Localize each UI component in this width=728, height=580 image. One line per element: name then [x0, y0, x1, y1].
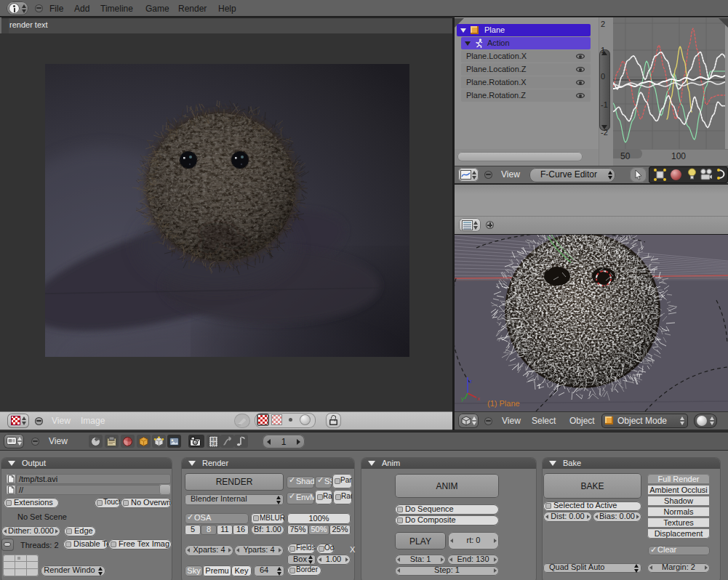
svg-text:z: z: [469, 378, 472, 384]
svg-text:x: x: [477, 395, 480, 402]
svg-text:y: y: [461, 395, 464, 402]
svg-text:(1) Plane: (1) Plane: [487, 399, 520, 408]
